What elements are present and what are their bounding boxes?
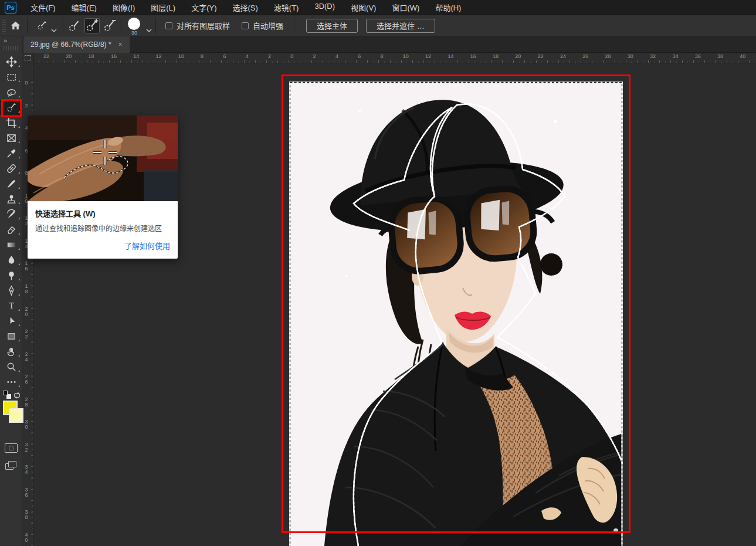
document-tab-title: 29.jpg @ 66.7%(RGB/8) * (30, 40, 111, 49)
sample-all-layers-option: 对所有图层取样 (165, 20, 230, 31)
rectangle-tool[interactable] (0, 328, 22, 344)
collapse-toolbar-icon[interactable]: » (4, 37, 6, 44)
path-selection-tool[interactable] (0, 313, 22, 328)
ruler-label: 0 (290, 53, 293, 59)
menu-item-1[interactable]: 文件(F) (30, 2, 56, 13)
ruler-label: 2 (23, 103, 29, 108)
ruler-label: 16 (23, 260, 29, 271)
tool-preset-dropdown[interactable] (31, 16, 59, 35)
toolbar-dock-header: » (0, 36, 22, 53)
background-color-swatch[interactable] (9, 408, 23, 423)
chevron-down-icon (51, 24, 57, 28)
default-colors-icon[interactable] (3, 391, 11, 399)
select-and-mask-button[interactable]: 选择并遮住 … (366, 19, 435, 33)
menu-item-5[interactable]: 文字(Y) (191, 2, 216, 13)
marquee-tool[interactable] (0, 69, 22, 84)
ruler-label: 18 (493, 53, 499, 59)
ruler-label: 26 (582, 53, 588, 59)
menu-item-2[interactable]: 编辑(E) (72, 2, 97, 13)
tooltip-description: 通过查找和追踪图像中的边缘来创建选区 (35, 224, 170, 234)
select-subject-button[interactable]: 选择主体 (306, 19, 358, 33)
menu-bar: Ps 文件(F)编辑(E)图像(I)图层(L)文字(Y)选择(S)滤镜(T)3D… (0, 0, 756, 15)
gradient-tool[interactable] (0, 237, 22, 252)
divider (155, 18, 156, 33)
ruler-origin[interactable] (22, 53, 34, 63)
red-annotation-rectangle (282, 74, 630, 533)
zoom-tool[interactable] (0, 359, 22, 374)
ruler-label: 40 (740, 53, 745, 59)
ruler-label: 30 (628, 53, 633, 59)
menu-list: 文件(F)编辑(E)图像(I)图层(L)文字(Y)选择(S)滤镜(T)3D(D)… (30, 2, 461, 13)
sample-all-layers-checkbox[interactable] (165, 22, 172, 29)
blur-tool[interactable] (0, 252, 22, 267)
new-selection-icon[interactable] (67, 18, 82, 33)
quick-mask-mode-button[interactable] (5, 443, 18, 453)
ruler-label: 0 (23, 80, 29, 85)
options-bar-grip[interactable] (1, 18, 7, 33)
brush-tip-icon (128, 18, 140, 30)
document-tab[interactable]: 29.jpg @ 66.7%(RGB/8) * × (23, 36, 130, 53)
tool-tooltip: 快速选择工具 (W) 通过查找和追踪图像中的边缘来创建选区 了解如何使用 (28, 116, 178, 259)
swap-colors-icon[interactable] (13, 391, 21, 398)
pen-tool[interactable] (0, 283, 22, 298)
ruler-label: 10 (178, 53, 184, 59)
divider (121, 18, 121, 33)
close-icon[interactable]: × (118, 40, 123, 49)
ruler-label: 14 (133, 53, 139, 59)
move-tool[interactable] (0, 54, 22, 69)
type-tool[interactable]: T (0, 298, 22, 313)
history-brush-tool[interactable] (0, 206, 22, 222)
eraser-tool[interactable] (0, 222, 22, 237)
toolbar-grip[interactable] (3, 46, 18, 50)
hand-tool[interactable] (0, 344, 22, 359)
ruler-label: 18 (89, 53, 94, 59)
ruler-label: 36 (23, 487, 29, 497)
menu-item-4[interactable]: 图层(L) (151, 2, 175, 13)
ruler-label: 20 (66, 53, 72, 59)
dodge-tool[interactable] (0, 267, 22, 283)
photoshop-logo-icon[interactable]: Ps (5, 2, 16, 13)
subtract-from-selection-icon[interactable] (102, 18, 117, 33)
add-to-selection-icon[interactable] (84, 18, 100, 33)
home-icon[interactable] (7, 18, 23, 34)
ruler-label: 8 (381, 53, 384, 59)
ruler-label: 36 (695, 53, 701, 59)
divider (294, 18, 294, 33)
learn-how-link[interactable]: 了解如何使用 (35, 240, 170, 251)
ruler-label: 30 (23, 419, 29, 429)
ruler-label: 20 (23, 306, 29, 317)
auto-enhance-checkbox[interactable] (242, 22, 249, 29)
menu-item-9[interactable]: 视图(V) (351, 2, 376, 13)
toolbar: T (0, 53, 22, 546)
menu-item-8[interactable]: 3D(D) (314, 2, 335, 13)
clone-stamp-tool[interactable] (0, 191, 22, 206)
ruler-label: 22 (538, 53, 544, 59)
ruler-label: 32 (23, 442, 29, 452)
horizontal-ruler[interactable]: 2220181614121086420246810121416182022242… (34, 53, 756, 63)
ruler-label: 38 (23, 509, 29, 520)
healing-brush-tool[interactable] (0, 161, 22, 176)
tooltip-body: 快速选择工具 (W) 通过查找和追踪图像中的边缘来创建选区 了解如何使用 (28, 201, 178, 259)
ruler-label: 28 (605, 53, 611, 59)
brush-preview: 30 (125, 17, 144, 35)
ruler-label: 18 (23, 283, 29, 294)
toolbar-bottom (0, 440, 22, 470)
brush-size-picker[interactable]: 30 (125, 17, 152, 35)
ruler-label: 32 (650, 53, 656, 59)
ruler-label: 14 (448, 53, 453, 59)
brush-tool[interactable] (0, 176, 22, 191)
menu-item-6[interactable]: 选择(S) (232, 2, 257, 13)
edit-toolbar[interactable] (0, 374, 22, 389)
ruler-label: 2 (313, 53, 316, 59)
frame-tool[interactable] (0, 130, 22, 145)
ruler-label: 6 (223, 53, 226, 59)
menu-item-10[interactable]: 窗口(W) (392, 2, 419, 13)
auto-enhance-label: 自动增强 (253, 20, 283, 31)
menu-item-3[interactable]: 图像(I) (113, 2, 135, 13)
menu-item-7[interactable]: 滤镜(T) (274, 2, 299, 13)
ruler-label: 24 (23, 351, 29, 362)
eyedropper-tool[interactable] (0, 145, 22, 161)
lasso-tool[interactable] (0, 84, 22, 100)
menu-item-11[interactable]: 帮助(H) (435, 2, 461, 13)
screen-mode-button[interactable] (5, 461, 17, 470)
